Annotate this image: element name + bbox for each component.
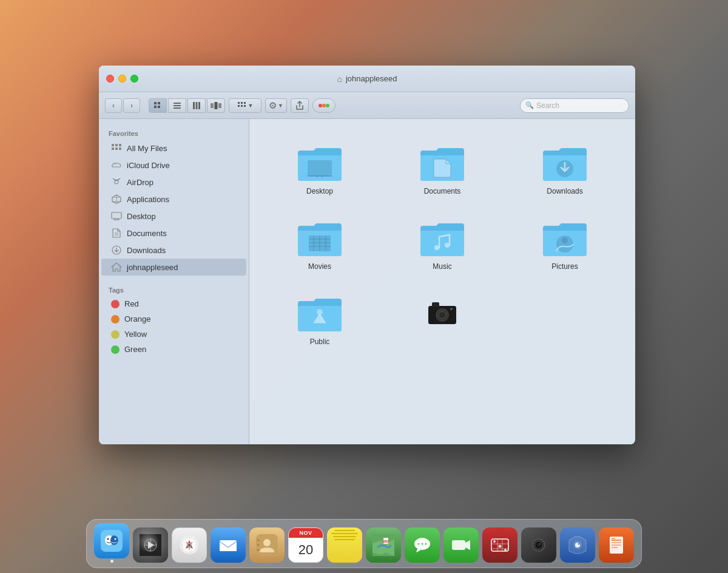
- downloads-folder-label: Downloads: [547, 187, 582, 195]
- dock-item-calendar[interactable]: NOV 20: [288, 527, 323, 563]
- dock-item-finder[interactable]: [94, 523, 129, 563]
- search-icon: 🔍: [525, 101, 534, 109]
- camera-item[interactable]: [384, 288, 500, 351]
- pages-icon: [599, 527, 634, 563]
- safari-icon: [172, 527, 207, 563]
- file-item-public[interactable]: Public: [261, 288, 378, 351]
- title-bar: ⌂ johnappleseed: [99, 66, 635, 92]
- tag-button[interactable]: [312, 98, 335, 113]
- yellow-tag-dot: [111, 330, 120, 339]
- applications-icon: [111, 194, 122, 205]
- forward-button[interactable]: ›: [123, 98, 140, 113]
- pictures-folder-label: Pictures: [551, 262, 578, 271]
- file-item-downloads[interactable]: Downloads: [507, 137, 623, 200]
- svg-rect-24: [119, 144, 121, 146]
- sidebar-item-downloads[interactable]: Downloads: [101, 242, 246, 259]
- svg-rect-16: [238, 105, 240, 107]
- svg-rect-1: [158, 102, 160, 104]
- dock-item-launchpad[interactable]: [133, 527, 168, 563]
- action-button[interactable]: ⚙ ▼: [265, 98, 287, 113]
- dock-item-iphoto[interactable]: [560, 527, 595, 563]
- sidebar-item-documents[interactable]: Documents: [101, 225, 246, 242]
- svg-rect-90: [452, 540, 465, 550]
- dock-item-photobooth[interactable]: [482, 527, 517, 563]
- favorites-section-title: Favorites: [99, 126, 249, 140]
- close-button[interactable]: [106, 75, 114, 83]
- sidebar-item-desktop[interactable]: Desktop: [101, 208, 246, 225]
- calendar-icon: NOV 20: [288, 527, 323, 563]
- sidebar-item-tag-orange[interactable]: Orange: [101, 311, 246, 327]
- sidebar-item-icloud-drive[interactable]: iCloud Drive: [101, 157, 246, 174]
- svg-point-76: [188, 544, 190, 546]
- sidebar-item-all-my-files[interactable]: All My Files: [101, 140, 246, 157]
- green-tag-dot: [111, 345, 120, 354]
- calendar-month: NOV: [299, 530, 312, 536]
- dock-item-mail[interactable]: [211, 527, 246, 563]
- dock-item-contacts[interactable]: [249, 527, 285, 563]
- file-item-pictures[interactable]: Pictures: [507, 212, 623, 276]
- svg-rect-12: [218, 103, 221, 108]
- svg-rect-18: [244, 105, 246, 107]
- sidebar-item-applications[interactable]: Applications: [101, 191, 246, 208]
- svg-rect-4: [174, 103, 181, 104]
- minimize-button[interactable]: [118, 75, 126, 83]
- sidebar-item-home[interactable]: johnappleseed: [101, 259, 246, 276]
- sidebar-item-home-label: johnappleseed: [127, 263, 178, 272]
- contacts-icon: [249, 527, 285, 563]
- isight-icon: [521, 527, 556, 563]
- dock-item-isight[interactable]: [521, 527, 556, 563]
- sidebar-item-desktop-label: Desktop: [127, 212, 156, 221]
- sidebar-item-tag-green[interactable]: Green: [101, 342, 246, 357]
- svg-rect-6: [174, 107, 181, 109]
- svg-text:280: 280: [383, 540, 389, 543]
- sidebar-item-airdrop-label: AirDrop: [127, 178, 153, 187]
- svg-rect-36: [308, 160, 332, 176]
- file-item-desktop[interactable]: Desktop: [261, 137, 378, 200]
- arrange-button[interactable]: ▼: [229, 98, 261, 113]
- dock-item-maps[interactable]: 280: [366, 527, 401, 563]
- list-view-button[interactable]: [168, 98, 186, 113]
- dock-item-safari[interactable]: [172, 527, 207, 563]
- orange-tag-dot: [111, 315, 120, 324]
- messages-icon: [405, 527, 440, 563]
- toolbar: ‹ ›: [99, 92, 635, 119]
- sidebar-item-tag-yellow[interactable]: Yellow: [101, 327, 246, 342]
- svg-point-52: [317, 309, 323, 315]
- svg-point-51: [562, 237, 568, 243]
- coverflow-view-button[interactable]: [207, 98, 225, 113]
- dock-item-pages[interactable]: [599, 527, 634, 563]
- back-button[interactable]: ‹: [105, 98, 122, 113]
- icon-view-button[interactable]: [149, 98, 167, 113]
- dock-item-messages[interactable]: [405, 527, 440, 563]
- svg-rect-2: [154, 106, 157, 108]
- svg-point-88: [422, 543, 423, 545]
- svg-rect-10: [211, 103, 214, 108]
- red-tag-label: Red: [124, 299, 139, 308]
- svg-point-89: [425, 543, 427, 545]
- dock-item-notes[interactable]: [327, 527, 362, 563]
- sidebar-item-tag-red[interactable]: Red: [101, 296, 246, 311]
- sidebar-item-airdrop[interactable]: AirDrop: [101, 174, 246, 191]
- file-item-music[interactable]: Music: [384, 212, 500, 276]
- photobooth-icon: [482, 527, 517, 563]
- search-bar[interactable]: 🔍 Search: [520, 98, 629, 113]
- finder-active-dot: [110, 560, 113, 563]
- svg-rect-25: [112, 147, 114, 150]
- svg-point-49: [445, 243, 450, 248]
- home-icon: ⌂: [337, 74, 342, 84]
- documents-folder-label: Documents: [424, 187, 461, 195]
- pictures-folder-icon: [541, 217, 589, 259]
- public-folder-label: Public: [310, 337, 330, 346]
- documents-folder-icon: [418, 142, 467, 183]
- dock-item-facetime[interactable]: [443, 527, 479, 563]
- orange-tag-label: Orange: [124, 314, 150, 324]
- column-view-button[interactable]: [187, 98, 206, 113]
- share-button[interactable]: [291, 98, 309, 113]
- nav-buttons: ‹ ›: [105, 98, 140, 113]
- sidebar-item-icloud-drive-label: iCloud Drive: [127, 161, 170, 170]
- svg-rect-57: [432, 302, 439, 307]
- svg-rect-7: [193, 102, 195, 109]
- file-item-movies[interactable]: Movies: [261, 212, 378, 276]
- maximize-button[interactable]: [130, 75, 138, 83]
- file-item-documents[interactable]: Documents: [384, 137, 500, 200]
